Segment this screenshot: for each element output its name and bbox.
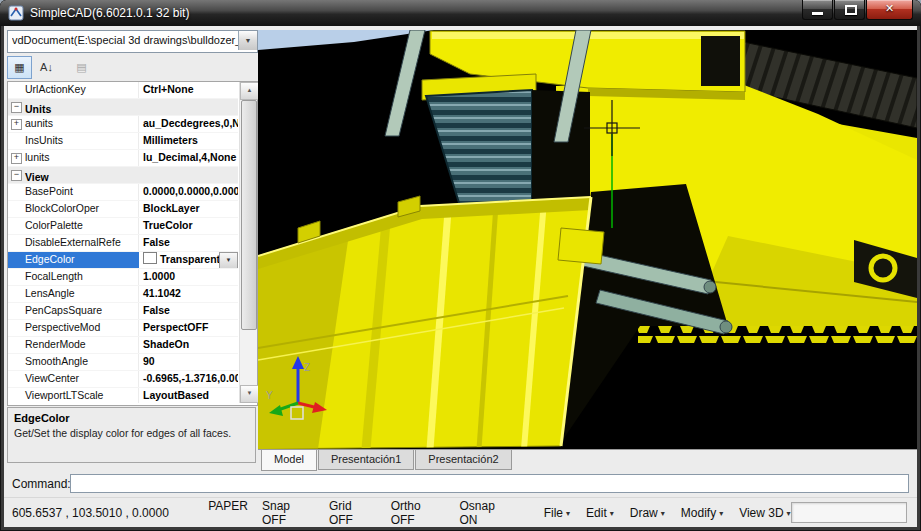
status-toggle-grid-off[interactable]: Grid OFF	[329, 499, 377, 527]
property-row-InsUnits[interactable]: InsUnitsMillimeters	[8, 133, 238, 150]
property-row-FocalLength[interactable]: FocalLength1.0000	[8, 269, 238, 286]
property-row-PenCapsSquare[interactable]: PenCapsSquareFalse	[8, 303, 238, 320]
menu-draw[interactable]: Draw▾	[630, 506, 665, 520]
scrollbar-thumb[interactable]	[241, 100, 257, 330]
tab-presentación1[interactable]: Presentación1	[318, 450, 414, 470]
collapse-icon[interactable]: −	[11, 170, 22, 181]
property-row-LensAngle[interactable]: LensAngle41.1042	[8, 286, 238, 303]
property-name-cell: PerspectiveMod	[8, 320, 139, 336]
property-value-cell[interactable]: False	[139, 303, 238, 319]
minimize-icon	[812, 12, 823, 15]
status-toggle-paper[interactable]: PAPER	[208, 499, 248, 527]
property-row-DisableExternalRefe[interactable]: DisableExternalRefeFalse	[8, 235, 238, 252]
menu-modify[interactable]: Modify▾	[681, 506, 723, 520]
property-name-cell: EdgeColor	[8, 252, 139, 268]
ucs-z-label: Z	[304, 362, 310, 373]
collapse-icon[interactable]: −	[11, 102, 22, 113]
propertygrid-toolbar: ▦A↓▤	[7, 55, 256, 80]
property-value-cell[interactable]: ShadeOn	[139, 337, 238, 353]
property-value-cell[interactable]: 0.0000,0.0000,0.000	[139, 184, 238, 200]
dropdown-button[interactable]: ▼	[219, 252, 238, 268]
property-value-cell[interactable]: Transparent▼	[139, 252, 238, 268]
expand-icon[interactable]: +	[11, 119, 22, 130]
property-name-cell: BlockColorOper	[8, 201, 139, 217]
property-value-cell[interactable]: au_Decdegrees,0,No	[139, 116, 238, 132]
chevron-down-icon[interactable]: ▼	[238, 31, 257, 50]
minimize-button[interactable]	[802, 0, 833, 20]
property-description-text: Get/Set the display color for edges of a…	[14, 427, 249, 439]
property-row-lunits[interactable]: +lunitslu_Decimal,4,None	[8, 150, 238, 167]
bulldozer-3d-model[interactable]: Z Y	[258, 30, 917, 449]
property-row-ViewportLTScale[interactable]: ViewportLTScaleLayoutBased	[8, 388, 238, 403]
viewport-3d[interactable]: Z Y	[258, 30, 917, 449]
scroll-up-icon[interactable]: ▲	[240, 82, 259, 100]
property-value-cell[interactable]: 90	[139, 354, 238, 370]
category-label: Units	[25, 103, 51, 115]
property-description-title: EdgeColor	[14, 412, 249, 424]
property-row-BasePoint[interactable]: BasePoint0.0000,0.0000,0.000	[8, 184, 238, 201]
status-toggle-snap-off[interactable]: Snap OFF	[262, 499, 315, 527]
blade	[258, 196, 604, 449]
alphabetical-sort-icon[interactable]: A↓	[34, 56, 59, 79]
window-title: SimpleCAD(6.6021.0.1 32 bit)	[30, 6, 189, 20]
layout-tabs: ModelPresentación1Presentación2	[258, 449, 917, 471]
property-value-cell[interactable]: Millimeters	[139, 133, 238, 149]
tab-presentación2[interactable]: Presentación2	[415, 450, 511, 470]
categorized-view-icon[interactable]: ▦	[7, 56, 32, 79]
property-name-cell: UrlActionKey	[8, 82, 139, 98]
property-value-text: Transparent	[160, 253, 220, 265]
property-value-cell[interactable]: LayoutBased	[139, 388, 238, 403]
property-grid-scrollbar[interactable]: ▲ ▼	[239, 82, 257, 403]
property-row-UrlActionKey[interactable]: UrlActionKeyCtrl+None	[8, 82, 238, 99]
property-category-View[interactable]: −View	[8, 167, 238, 184]
property-row-PerspectiveMod[interactable]: PerspectiveModPerspectOFF	[8, 320, 238, 337]
menu-file[interactable]: File▾	[544, 506, 570, 520]
document-selector-value: vdDocument(E:\special 3d drawings\bulldo…	[12, 31, 238, 50]
status-toggle-ortho-off[interactable]: Ortho OFF	[391, 499, 446, 527]
property-value-text: TrueColor	[143, 219, 193, 231]
menu-edit[interactable]: Edit▾	[586, 506, 614, 520]
status-menus: File▾Edit▾Draw▾Modify▾View 3D▾	[544, 506, 791, 520]
property-name-cell: ColorPalette	[8, 218, 139, 234]
property-value-cell[interactable]: PerspectOFF	[139, 320, 238, 336]
menu-view-3d[interactable]: View 3D▾	[739, 506, 790, 520]
expand-icon[interactable]: +	[11, 153, 22, 164]
property-row-BlockColorOper[interactable]: BlockColorOperBlockLayer	[8, 201, 238, 218]
status-toggles: PAPERSnap OFFGrid OFFOrtho OFFOsnap ON	[208, 499, 514, 527]
tab-model[interactable]: Model	[261, 450, 317, 471]
window-controls: ✕	[801, 0, 913, 20]
property-value-text: 41.1042	[143, 287, 181, 299]
color-swatch	[143, 252, 157, 264]
maximize-button[interactable]	[834, 0, 865, 20]
property-category-Units[interactable]: −Units	[8, 99, 238, 116]
property-value-text: lu_Decimal,4,None	[143, 151, 236, 163]
property-pages-icon: ▤	[69, 56, 94, 79]
document-selector-combo[interactable]: vdDocument(E:\special 3d drawings\bulldo…	[7, 30, 258, 53]
property-value-text: Ctrl+None	[143, 83, 193, 95]
property-row-RenderMode[interactable]: RenderModeShadeOn	[8, 337, 238, 354]
property-row-EdgeColor[interactable]: EdgeColorTransparent▼	[8, 252, 238, 269]
property-value-text: -0.6965,-1.3716,0.00	[143, 372, 238, 384]
scroll-down-icon[interactable]: ▼	[240, 385, 259, 403]
property-name-cell: lunits	[8, 150, 139, 166]
property-row-ColorPalette[interactable]: ColorPaletteTrueColor	[8, 218, 238, 235]
property-value-cell[interactable]: -0.6965,-1.3716,0.00	[139, 371, 238, 387]
close-button[interactable]: ✕	[866, 0, 913, 20]
property-row-SmoothAngle[interactable]: SmoothAngle90	[8, 354, 238, 371]
property-row-aunits[interactable]: +aunitsau_Decdegrees,0,No	[8, 116, 238, 133]
property-value-cell[interactable]: lu_Decimal,4,None	[139, 150, 238, 166]
property-name-cell: ViewportLTScale	[8, 388, 139, 403]
property-value-cell[interactable]: False	[139, 235, 238, 251]
property-value-cell[interactable]: 41.1042	[139, 286, 238, 302]
status-toggle-osnap-on[interactable]: Osnap ON	[460, 499, 514, 527]
property-row-ViewCenter[interactable]: ViewCenter-0.6965,-1.3716,0.00	[8, 371, 238, 388]
property-value-cell[interactable]: 1.0000	[139, 269, 238, 285]
menu-label: Draw	[630, 506, 658, 520]
title-bar[interactable]: SimpleCAD(6.6021.0.1 32 bit) ✕	[0, 0, 921, 26]
property-value-cell[interactable]: Ctrl+None	[139, 82, 238, 98]
property-value-cell[interactable]: BlockLayer	[139, 201, 238, 217]
property-description: EdgeColor Get/Set the display color for …	[7, 407, 256, 463]
status-extra-field[interactable]	[791, 502, 907, 523]
command-input[interactable]	[70, 474, 909, 493]
property-value-cell[interactable]: TrueColor	[139, 218, 238, 234]
